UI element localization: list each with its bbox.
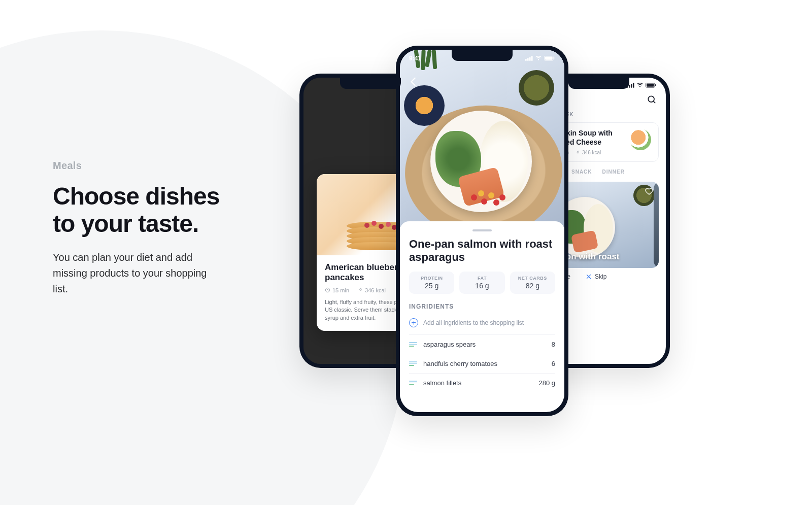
ingredient-row[interactable]: handfuls cherry tomatoes 6 — [409, 354, 555, 373]
svg-rect-13 — [531, 56, 533, 61]
headline: Choose dishes to your taste. — [53, 183, 246, 238]
phone-mockups: American blueberry pancakes 15 min 346 k… — [284, 46, 670, 431]
recipe-hero-image: 9:41 — [400, 50, 564, 227]
macro-protein: PROTEIN 25 g — [409, 272, 454, 294]
add-all-button[interactable]: Add all ingridients to the shopping list — [409, 315, 555, 334]
arrow-left-icon — [408, 76, 419, 87]
svg-rect-6 — [647, 84, 654, 87]
ingredients-heading: INGRIDIENTS — [409, 303, 555, 310]
week-kcal: 346 kcal — [582, 150, 601, 155]
tab-snack[interactable]: SNACK — [571, 169, 592, 175]
phone-center: 9:41 — [396, 46, 568, 416]
plus-circle-icon — [409, 318, 418, 327]
clock-icon — [325, 287, 330, 293]
subtext: You can plan your diet and add missing p… — [53, 250, 220, 297]
recipe-title: One-pan salmon with roast asparagus — [409, 238, 555, 264]
list-check-icon — [409, 361, 417, 366]
svg-rect-7 — [655, 84, 656, 86]
recipe-kcal: 346 kcal — [365, 287, 386, 293]
svg-rect-15 — [545, 57, 553, 60]
tab-dinner[interactable]: DINNER — [602, 169, 625, 175]
macro-netcarbs: NET CARBS 82 g — [510, 272, 555, 294]
svg-rect-2 — [629, 85, 630, 88]
skip-button[interactable]: Skip — [586, 273, 606, 280]
status-time: 9:41 — [409, 55, 421, 62]
fire-icon — [357, 287, 363, 293]
marketing-copy: Meals Choose dishes to your taste. You c… — [53, 160, 246, 297]
skip-label: Skip — [595, 273, 606, 280]
list-check-icon — [409, 342, 417, 347]
svg-rect-10 — [525, 59, 527, 61]
ingredient-row[interactable]: asparagus spears 8 — [409, 334, 555, 354]
macros-row: PROTEIN 25 g FAT 16 g NET CARBS 82 g — [409, 272, 555, 294]
sheet-handle[interactable] — [472, 229, 492, 231]
section-label: Meals — [53, 160, 246, 172]
battery-icon — [646, 83, 657, 88]
svg-rect-12 — [529, 57, 531, 61]
fire-icon — [575, 150, 580, 155]
signal-icon — [525, 56, 533, 61]
list-check-icon — [409, 381, 417, 385]
macro-fat: FAT 16 g — [459, 272, 504, 294]
svg-rect-16 — [554, 57, 554, 59]
wifi-icon — [636, 83, 644, 88]
battery-icon — [544, 56, 555, 61]
week-thumb — [630, 129, 651, 150]
heart-icon[interactable] — [645, 187, 654, 196]
recipe-time: 15 min — [332, 287, 349, 293]
wifi-icon — [535, 56, 542, 61]
svg-rect-4 — [633, 83, 634, 88]
search-icon[interactable] — [647, 94, 657, 105]
back-button[interactable] — [408, 76, 419, 87]
svg-rect-11 — [527, 58, 529, 61]
ingredient-row[interactable]: salmon fillets 280 g — [409, 373, 555, 392]
add-all-label: Add all ingridients to the shopping list — [423, 319, 524, 326]
svg-rect-3 — [631, 84, 632, 88]
close-icon — [586, 274, 592, 280]
recipe-sheet: One-pan salmon with roast asparagus PROT… — [400, 221, 564, 397]
